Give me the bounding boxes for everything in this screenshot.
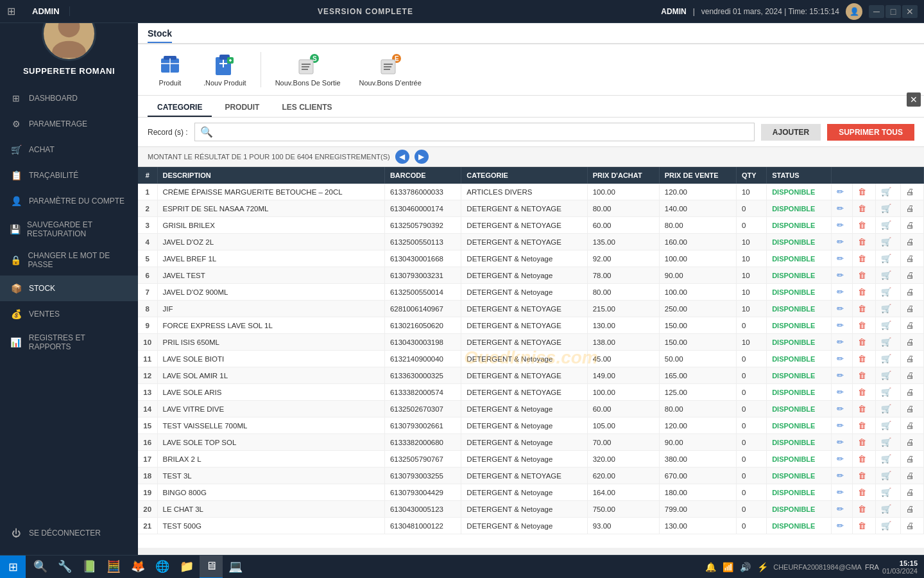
cell-delete[interactable]: 🗑 xyxy=(853,250,876,267)
apps-menu-icon[interactable]: ⊞ xyxy=(0,5,22,17)
logout-button[interactable]: ⏻ SE DÉCONNECTER xyxy=(0,520,138,546)
cell-cart[interactable]: 🛒 xyxy=(875,200,900,217)
cell-edit[interactable]: ✏ xyxy=(831,484,852,501)
cell-edit[interactable]: ✏ xyxy=(831,284,852,301)
cell-delete[interactable]: 🗑 xyxy=(853,434,876,451)
nouv-bons-entree-button[interactable]: E Nouv.Bons D'entrée xyxy=(352,49,429,90)
cell-cart[interactable]: 🛒 xyxy=(875,234,900,250)
taskbar-app-visual[interactable]: 🖥 xyxy=(200,556,223,579)
maximize-button[interactable]: □ xyxy=(886,5,901,18)
taskbar-app-tools[interactable]: 🔧 xyxy=(53,556,76,579)
prev-page-button[interactable]: ◀ xyxy=(395,150,409,164)
cell-delete[interactable]: 🗑 xyxy=(853,184,876,200)
cell-cart[interactable]: 🛒 xyxy=(875,434,900,451)
cell-cart[interactable]: 🛒 xyxy=(875,401,900,417)
cell-delete[interactable]: 🗑 xyxy=(853,367,876,384)
taskbar-icon-2[interactable]: 📶 xyxy=(720,559,735,575)
minimize-button[interactable]: ─ xyxy=(869,5,884,18)
cell-print[interactable]: 🖨 xyxy=(901,518,924,534)
cell-delete[interactable]: 🗑 xyxy=(853,468,876,484)
cell-cart[interactable]: 🛒 xyxy=(875,317,900,334)
cell-print[interactable]: 🖨 xyxy=(901,234,924,250)
cell-cart[interactable]: 🛒 xyxy=(875,367,900,384)
taskbar-app-monitor[interactable]: 💻 xyxy=(224,556,247,579)
cell-edit[interactable]: ✏ xyxy=(831,518,852,534)
cell-delete[interactable]: 🗑 xyxy=(853,451,876,468)
sidebar-item-changer-mdp[interactable]: 🔒 CHANGER LE MOT DE PASSE xyxy=(0,245,138,276)
sidebar-item-sauvegarde[interactable]: 💾 SAUVEGARDE ET RESTAURATION xyxy=(0,214,138,245)
cell-print[interactable]: 🖨 xyxy=(901,200,924,217)
cell-edit[interactable]: ✏ xyxy=(831,217,852,234)
cell-cart[interactable]: 🛒 xyxy=(875,501,900,518)
sidebar-item-ventes[interactable]: 💰 VENTES xyxy=(0,301,138,327)
search-icon[interactable]: 🔍 xyxy=(200,126,213,138)
cell-print[interactable]: 🖨 xyxy=(901,250,924,267)
close-button[interactable]: ✕ xyxy=(902,5,918,18)
cell-print[interactable]: 🖨 xyxy=(901,317,924,334)
cell-cart[interactable]: 🛒 xyxy=(875,184,900,200)
cell-edit[interactable]: ✏ xyxy=(831,434,852,451)
taskbar-app-files[interactable]: 📁 xyxy=(175,556,198,579)
cell-print[interactable]: 🖨 xyxy=(901,401,924,417)
tab-clients[interactable]: LES CLIENTS xyxy=(272,99,341,117)
cell-cart[interactable]: 🛒 xyxy=(875,451,900,468)
cell-delete[interactable]: 🗑 xyxy=(853,384,876,401)
supprimer-tous-button[interactable]: SUPRIMER TOUS xyxy=(827,124,914,141)
cell-edit[interactable]: ✏ xyxy=(831,468,852,484)
cell-delete[interactable]: 🗑 xyxy=(853,518,876,534)
sidebar-item-parametrage[interactable]: ⚙ PARAMETRAGE xyxy=(0,111,138,137)
produit-button[interactable]: Produit xyxy=(148,49,193,90)
cell-cart[interactable]: 🛒 xyxy=(875,351,900,367)
cell-print[interactable]: 🖨 xyxy=(901,217,924,234)
cell-delete[interactable]: 🗑 xyxy=(853,401,876,417)
cell-edit[interactable]: ✏ xyxy=(831,250,852,267)
cell-edit[interactable]: ✏ xyxy=(831,234,852,250)
cell-edit[interactable]: ✏ xyxy=(831,200,852,217)
cell-delete[interactable]: 🗑 xyxy=(853,501,876,518)
cell-cart[interactable]: 🛒 xyxy=(875,417,900,434)
cell-cart[interactable]: 🛒 xyxy=(875,301,900,317)
cell-cart[interactable]: 🛒 xyxy=(875,384,900,401)
cell-print[interactable]: 🖨 xyxy=(901,334,924,351)
cell-cart[interactable]: 🛒 xyxy=(875,518,900,534)
cell-delete[interactable]: 🗑 xyxy=(853,284,876,301)
cell-print[interactable]: 🖨 xyxy=(901,417,924,434)
taskbar-app-search[interactable]: 🔍 xyxy=(29,556,52,579)
cell-cart[interactable]: 🛒 xyxy=(875,284,900,301)
cell-print[interactable]: 🖨 xyxy=(901,301,924,317)
cell-edit[interactable]: ✏ xyxy=(831,501,852,518)
cell-delete[interactable]: 🗑 xyxy=(853,351,876,367)
cell-delete[interactable]: 🗑 xyxy=(853,301,876,317)
sidebar-item-tracabilite[interactable]: 📋 TRAÇABILITÉ xyxy=(0,162,138,188)
cell-print[interactable]: 🖨 xyxy=(901,184,924,200)
cell-delete[interactable]: 🗑 xyxy=(853,217,876,234)
cell-delete[interactable]: 🗑 xyxy=(853,267,876,284)
tab-categorie[interactable]: CATEGORIE xyxy=(148,99,212,117)
taskbar-app-firefox[interactable]: 🦊 xyxy=(126,556,150,579)
cell-cart[interactable]: 🛒 xyxy=(875,217,900,234)
cell-edit[interactable]: ✏ xyxy=(831,401,852,417)
cell-edit[interactable]: ✏ xyxy=(831,317,852,334)
cell-edit[interactable]: ✏ xyxy=(831,451,852,468)
cell-print[interactable]: 🖨 xyxy=(901,351,924,367)
cell-edit[interactable]: ✏ xyxy=(831,351,852,367)
cell-delete[interactable]: 🗑 xyxy=(853,334,876,351)
cell-print[interactable]: 🖨 xyxy=(901,451,924,468)
cell-edit[interactable]: ✏ xyxy=(831,417,852,434)
cell-print[interactable]: 🖨 xyxy=(901,284,924,301)
taskbar-icon-1[interactable]: 🔔 xyxy=(703,559,718,575)
cell-print[interactable]: 🖨 xyxy=(901,501,924,518)
cell-print[interactable]: 🖨 xyxy=(901,267,924,284)
taskbar-app-green[interactable]: 📗 xyxy=(78,556,101,579)
next-page-button[interactable]: ▶ xyxy=(415,150,429,164)
cell-delete[interactable]: 🗑 xyxy=(853,417,876,434)
cell-edit[interactable]: ✏ xyxy=(831,384,852,401)
cell-edit[interactable]: ✏ xyxy=(831,301,852,317)
cell-print[interactable]: 🖨 xyxy=(901,468,924,484)
cell-delete[interactable]: 🗑 xyxy=(853,317,876,334)
cell-edit[interactable]: ✏ xyxy=(831,367,852,384)
taskbar-app-calculator[interactable]: 🧮 xyxy=(102,556,125,579)
cell-print[interactable]: 🖨 xyxy=(901,434,924,451)
cell-edit[interactable]: ✏ xyxy=(831,267,852,284)
sidebar-item-dashboard[interactable]: ⊞ DASHBOARD xyxy=(0,85,138,111)
